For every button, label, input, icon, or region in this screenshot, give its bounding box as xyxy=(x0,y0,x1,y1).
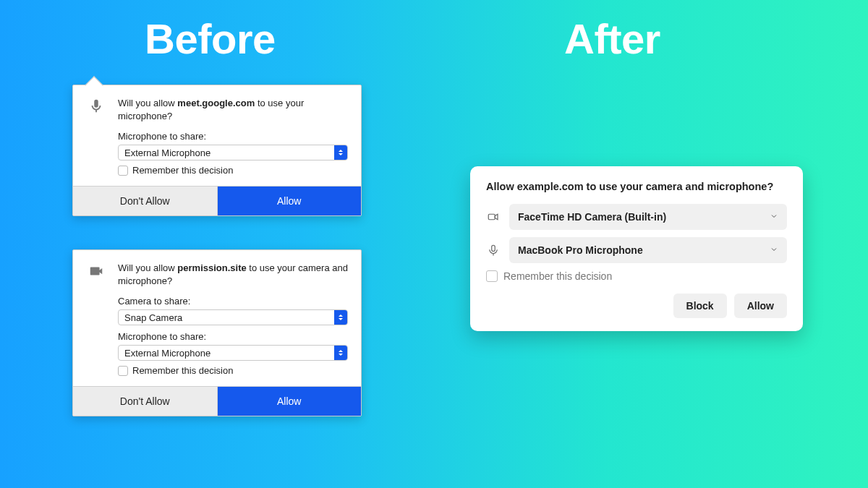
camera-select-label: Camera to share: xyxy=(118,296,348,307)
camera-icon xyxy=(86,262,106,376)
before-permission-dialog-mic: Will you allow meet.google.com to use yo… xyxy=(72,85,362,216)
microphone-select-label: Microphone to share: xyxy=(118,131,348,142)
microphone-select[interactable]: External Microphone xyxy=(118,145,348,160)
microphone-select[interactable]: External Microphone xyxy=(118,345,348,361)
remember-checkbox[interactable] xyxy=(486,270,498,282)
select-arrows-icon xyxy=(334,346,347,360)
msg-domain: meet.google.com xyxy=(177,98,255,108)
permission-message: Will you allow meet.google.com to use yo… xyxy=(118,97,348,122)
remember-label: Remember this decision xyxy=(132,165,233,176)
microphone-select[interactable]: MacBook Pro Microphone xyxy=(509,237,787,263)
camera-icon xyxy=(486,210,501,223)
remember-checkbox[interactable] xyxy=(118,366,128,376)
remember-label: Remember this decision xyxy=(132,365,233,376)
remember-label: Remember this decision xyxy=(503,270,612,282)
chevron-down-icon xyxy=(770,244,778,256)
select-arrows-icon xyxy=(334,145,347,160)
chevron-down-icon xyxy=(770,211,778,223)
allow-button[interactable]: Allow xyxy=(218,187,362,215)
select-arrows-icon xyxy=(334,310,347,325)
heading-after: After xyxy=(564,14,660,63)
heading-before: Before xyxy=(145,14,276,63)
camera-select[interactable]: FaceTime HD Camera (Built-in) xyxy=(509,204,787,230)
allow-button[interactable]: Allow xyxy=(218,387,362,416)
microphone-icon xyxy=(486,244,501,257)
permission-title: Allow example.com to use your camera and… xyxy=(486,181,787,192)
msg-domain: permission.site xyxy=(177,262,246,273)
remember-checkbox[interactable] xyxy=(118,166,128,176)
svg-rect-0 xyxy=(488,214,495,220)
svg-rect-1 xyxy=(492,245,495,251)
dont-allow-button[interactable]: Don't Allow xyxy=(73,187,218,215)
microphone-select-label: Microphone to share: xyxy=(118,331,348,342)
microphone-select-value: MacBook Pro Microphone xyxy=(518,244,643,256)
block-button[interactable]: Block xyxy=(673,294,727,318)
dont-allow-button[interactable]: Don't Allow xyxy=(73,387,218,416)
msg-prefix: Will you allow xyxy=(118,262,177,273)
microphone-select-value: External Microphone xyxy=(124,348,210,359)
msg-prefix: Will you allow xyxy=(118,98,177,108)
camera-select[interactable]: Snap Camera xyxy=(118,309,348,325)
microphone-icon xyxy=(86,97,106,176)
allow-button[interactable]: Allow xyxy=(734,294,787,318)
camera-select-value: Snap Camera xyxy=(124,312,182,323)
permission-message: Will you allow permission.site to use yo… xyxy=(118,262,348,287)
camera-select-value: FaceTime HD Camera (Built-in) xyxy=(518,211,666,223)
before-permission-dialog-cam-mic: Will you allow permission.site to use yo… xyxy=(72,249,362,416)
after-permission-dialog: Allow example.com to use your camera and… xyxy=(470,166,803,331)
microphone-select-value: External Microphone xyxy=(124,147,210,158)
